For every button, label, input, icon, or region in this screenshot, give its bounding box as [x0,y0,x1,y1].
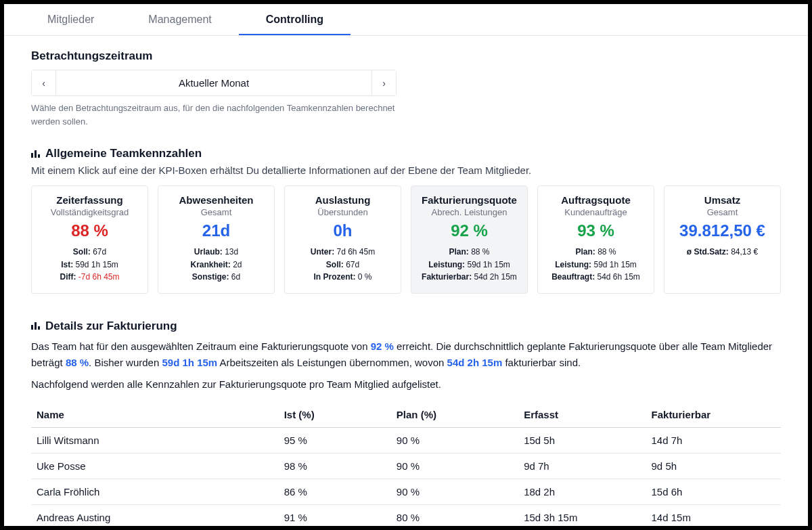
period-prev-button[interactable]: ‹ [32,70,56,95]
kpi-details: Soll: 67d Ist: 59d 1h 15m Diff: -7d 6h 4… [39,246,141,284]
cell-plan: 90 % [391,453,518,479]
chevron-left-icon: ‹ [42,78,45,89]
bar-chart-icon [31,150,40,158]
cell-plan: 90 % [391,479,518,504]
tab-controlling[interactable]: Controlling [239,4,351,35]
details-paragraph-1: Das Team hat für den ausgewählten Zeitra… [31,338,781,371]
cell-name: Uke Posse [31,453,279,479]
kpi-subtitle: Kundenaufträge [545,207,647,217]
cell-fakt: 14d 15m [646,504,781,526]
kpi-details: ø Std.Satz: 84,13 € [671,246,773,259]
cell-ist: 91 % [279,504,391,526]
kpi-time-tracking[interactable]: Zeiterfassung Vollständigkeitsgrad 88 % … [31,185,148,294]
kpi-subtitle: Vollständigkeitsgrad [39,207,141,217]
kpi-title: Fakturierungsquote [418,194,520,206]
period-next-button[interactable]: › [371,70,396,95]
cell-ist: 98 % [279,453,391,479]
kpi-value: 0h [292,221,394,240]
kpi-title: Umsatz [671,194,773,206]
chevron-right-icon: › [382,78,386,89]
kpi-value: 88 % [39,221,141,240]
cell-fakt: 14d 7h [646,427,781,453]
cell-ist: 86 % [279,479,391,504]
table-row: Uke Posse98 %90 %9d 7h9d 5h [31,453,781,479]
cell-erfasst: 18d 2h [518,479,646,504]
table-row: Carla Fröhlich86 %90 %18d 2h15d 6h [31,479,781,504]
kpi-value: 93 % [545,221,647,240]
bar-chart-icon [31,322,40,330]
kpi-details: Plan: 88 % Leistung: 59d 1h 15m Fakturie… [418,246,520,284]
kpi-value: 21d [165,221,267,240]
kpi-subtitle: Überstunden [292,207,394,217]
cell-plan: 80 % [391,504,518,526]
cell-erfasst: 9d 7h [518,453,646,479]
col-name: Name [31,402,279,428]
cell-erfasst: 15d 3h 15m [518,504,646,526]
table-row: Lilli Witsmann95 %90 %15d 5h14d 7h [31,427,781,453]
kpi-section-desc: Mit einem Klick auf eine der KPI-Boxen e… [31,164,781,176]
cell-fakt: 15d 6h [646,479,781,504]
cell-erfasst: 15d 5h [518,427,646,453]
period-selector: ‹ Aktueller Monat › [31,70,397,96]
cell-name: Lilli Witsmann [31,427,279,453]
details-paragraph-2: Nachfolgend werden alle Kennzahlen zur F… [31,376,781,393]
kpi-billing-rate[interactable]: Fakturierungsquote Abrech. Leistungen 92… [411,185,528,294]
cell-plan: 90 % [391,427,518,453]
col-plan: Plan (%) [391,402,518,428]
kpi-value: 92 % [418,221,520,240]
cell-fakt: 9d 5h [646,453,781,479]
kpi-revenue[interactable]: Umsatz Gesamt 39.812,50 € ø Std.Satz: 84… [664,185,781,294]
table-row: Andreas Austing91 %80 %15d 3h 15m14d 15m [31,504,781,526]
kpi-title: Auslastung [292,194,394,206]
kpi-subtitle: Gesamt [671,207,773,217]
kpi-title: Auftragsquote [545,194,647,206]
cell-name: Carla Fröhlich [31,479,279,504]
col-fakturierbar: Fakturierbar [646,402,781,428]
tabs-bar: Mitglieder Management Controlling [4,4,808,36]
details-heading: Details zur Fakturierung [45,319,177,333]
period-current-label[interactable]: Aktueller Monat [56,70,371,95]
period-help-text: Wähle den Betrachtungszeitraum aus, für … [31,102,410,128]
kpi-subtitle: Abrech. Leistungen [418,207,520,217]
kpi-title: Zeiterfassung [39,194,141,206]
details-table: Name Ist (%) Plan (%) Erfasst Fakturierb… [31,402,781,526]
kpi-section-title: Allgemeine Teamkennzahlen [45,147,202,160]
col-ist: Ist (%) [279,402,391,428]
kpi-details: Plan: 88 % Leistung: 59d 1h 15m Beauftra… [545,246,647,284]
kpi-absence[interactable]: Abwesenheiten Gesamt 21d Urlaub: 13d Kra… [158,185,275,294]
cell-ist: 95 % [279,427,391,453]
kpi-details: Unter: 7d 6h 45m Soll: 67d In Prozent: 0… [292,246,394,284]
period-heading: Betrachtungszeitraum [31,49,781,63]
cell-name: Andreas Austing [31,504,279,526]
kpi-title: Abwesenheiten [165,194,267,206]
kpi-utilization[interactable]: Auslastung Überstunden 0h Unter: 7d 6h 4… [284,185,401,294]
tab-members[interactable]: Mitglieder [20,4,121,35]
tab-management[interactable]: Management [121,4,238,35]
col-erfasst: Erfasst [518,402,646,428]
kpi-value: 39.812,50 € [671,221,773,240]
kpi-grid: Zeiterfassung Vollständigkeitsgrad 88 % … [31,185,781,294]
kpi-details: Urlaub: 13d Krankheit: 2d Sonstige: 6d [165,246,267,284]
kpi-order-rate[interactable]: Auftragsquote Kundenaufträge 93 % Plan: … [537,185,654,294]
kpi-subtitle: Gesamt [165,207,267,217]
